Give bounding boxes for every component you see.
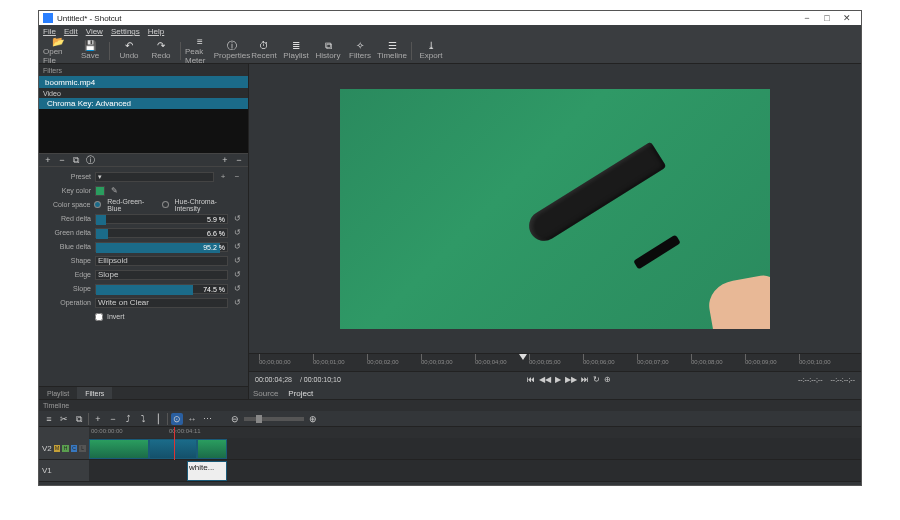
edge-reset-icon[interactable]: ↺ [232,270,242,279]
track-v1-body[interactable]: white... [89,460,861,481]
menu-help[interactable]: Help [148,27,164,36]
clip-green-2[interactable] [197,439,227,459]
tab-playlist[interactable]: Playlist [39,387,77,400]
shape-reset-icon[interactable]: ↺ [232,256,242,265]
tl-zoomin-icon[interactable]: ⊕ [307,413,319,425]
menu-settings[interactable]: Settings [111,27,140,36]
tl-copy-icon[interactable]: ⧉ [73,413,85,425]
toolbar-properties[interactable]: ⓘProperties [217,39,247,63]
copy-filter-button[interactable]: ⧉ [71,155,81,165]
toolbar-playlist[interactable]: ≣Playlist [281,39,311,63]
toolbar-timeline[interactable]: ☰Timeline [377,39,407,63]
track-v2-body[interactable] [89,438,861,459]
tab-project[interactable]: Project [288,389,313,398]
colorspace-rgb-label[interactable]: Red-Green-Blue [107,198,157,212]
tl-zoomout-icon[interactable]: ⊖ [229,413,241,425]
timecode-position[interactable]: 00:00:04;28 [255,376,292,383]
preset-combo[interactable]: ▾ [95,172,214,182]
zoom-button[interactable]: ⊕ [604,375,611,384]
reddelta-label: Red delta [45,215,91,222]
bluedelta-reset-icon[interactable]: ↺ [232,242,242,251]
tl-split-icon[interactable]: ⎮ [152,413,164,425]
tl-zoom-slider[interactable] [244,417,304,421]
tl-remove-icon[interactable]: − [107,413,119,425]
tl-overwrite-icon[interactable]: ⤵ [137,413,149,425]
reddelta-slider[interactable]: 5.9 % [95,214,228,224]
in-point[interactable]: --:--:--;-- [798,376,822,383]
collapse-button[interactable]: − [234,155,244,165]
track-v2-header[interactable]: V2 M H C L [39,438,89,459]
filter-info-button[interactable]: ⓘ [85,155,95,165]
clip-white[interactable]: white... [187,461,227,481]
clip-boommic[interactable] [149,439,197,459]
lock-badge[interactable]: L [79,445,86,452]
colorspace-hci-radio[interactable] [162,201,169,208]
reddelta-reset-icon[interactable]: ↺ [232,214,242,223]
close-button[interactable]: ✕ [837,13,857,23]
toolbar-open-file[interactable]: 📂Open File [43,39,73,63]
timecode-duration: / 00:00:10;10 [300,376,341,383]
tl-scrub-icon[interactable]: ↔ [186,413,198,425]
toolbar-peak-meter[interactable]: ≡Peak Meter [185,39,215,63]
greendelta-reset-icon[interactable]: ↺ [232,228,242,237]
menu-view[interactable]: View [86,27,103,36]
track-v1-header[interactable]: V1 [39,460,89,481]
tab-filters[interactable]: Filters [77,387,112,400]
tl-ripple-icon[interactable]: ⋯ [201,413,213,425]
operation-reset-icon[interactable]: ↺ [232,298,242,307]
clip-green-1[interactable] [89,439,149,459]
expand-button[interactable]: + [220,155,230,165]
tl-cut-icon[interactable]: ✂ [58,413,70,425]
toolbar-history[interactable]: ⧉History [313,39,343,63]
keycolor-swatch[interactable] [95,186,105,196]
play-button[interactable]: ▶ [555,375,561,384]
greendelta-slider[interactable]: 6.6 % [95,228,228,238]
tl-append-icon[interactable]: + [92,413,104,425]
maximize-button[interactable]: □ [817,13,837,23]
minimize-button[interactable]: − [797,13,817,23]
out-point[interactable]: --:--:--;-- [831,376,855,383]
operation-label: Operation [45,299,91,306]
toolbar-undo[interactable]: ↶Undo [114,39,144,63]
mute-badge[interactable]: M [54,445,61,452]
video-canvas[interactable] [249,64,861,353]
skip-back-button[interactable]: ⏮ [527,375,535,384]
operation-combo[interactable]: Write on Clear [95,298,228,308]
hide-badge[interactable]: H [62,445,69,452]
colorspace-hci-label[interactable]: Hue-Chroma-Intensity [175,198,243,212]
rewind-button[interactable]: ◀◀ [539,375,551,384]
slope-slider[interactable]: 74.5 % [95,284,228,294]
keycolor-picker-icon[interactable]: ✎ [109,186,119,195]
preset-del-icon[interactable]: − [232,172,242,181]
skip-fwd-button[interactable]: ⏭ [581,375,589,384]
timeline-ruler[interactable]: 00:00:00:00 00:00:04:11 [89,427,861,438]
composite-badge[interactable]: C [71,445,78,452]
preview-panel: 00;00;00;0000;00;01;0000;00;02;0000;00;0… [249,64,861,399]
tab-source[interactable]: Source [253,389,278,398]
invert-checkbox[interactable] [95,313,103,321]
toolbar-redo[interactable]: ↷Redo [146,39,176,63]
forward-button[interactable]: ▶▶ [565,375,577,384]
filter-chromakey[interactable]: Chroma Key: Advanced [39,98,248,109]
toolbar-export[interactable]: ⤓Export [416,39,446,63]
preview-ruler[interactable]: 00;00;00;0000;00;01;0000;00;02;0000;00;0… [249,353,861,371]
tl-snap-icon[interactable]: ⊙ [171,413,183,425]
menu-edit[interactable]: Edit [64,27,78,36]
keycolor-label: Key color [45,187,91,194]
loop-button[interactable]: ↻ [593,375,600,384]
menu-file[interactable]: File [43,27,56,36]
toolbar-recent[interactable]: ⏱Recent [249,39,279,63]
clip-name[interactable]: boommic.mp4 [39,76,248,88]
colorspace-rgb-radio[interactable] [94,201,101,208]
remove-filter-button[interactable]: − [57,155,67,165]
edge-combo[interactable]: Slope [95,270,228,280]
add-filter-button[interactable]: + [43,155,53,165]
toolbar-save[interactable]: 💾Save [75,39,105,63]
shape-combo[interactable]: Ellipsoid [95,256,228,266]
bluedelta-slider[interactable]: 95.2 % [95,242,228,252]
tl-lift-icon[interactable]: ⤴ [122,413,134,425]
preset-add-icon[interactable]: + [218,172,228,181]
toolbar-filters[interactable]: ✧Filters [345,39,375,63]
tl-menu-icon[interactable]: ≡ [43,413,55,425]
slope-reset-icon[interactable]: ↺ [232,284,242,293]
